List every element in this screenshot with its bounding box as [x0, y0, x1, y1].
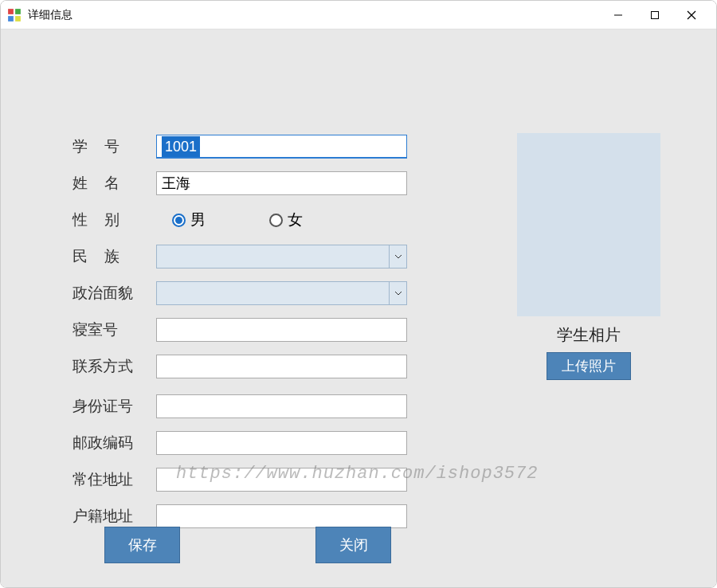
- titlebar: 详细信息: [1, 1, 716, 29]
- ethnicity-select[interactable]: [156, 245, 407, 269]
- maximize-icon: [650, 10, 660, 20]
- client-area: 学 号 1001 姓 名 性 别 男: [1, 29, 716, 587]
- window-controls: [600, 2, 710, 28]
- radio-unchecked-icon: [269, 214, 283, 227]
- label-household: 户籍地址: [72, 506, 156, 527]
- name-input[interactable]: [156, 171, 407, 195]
- maximize-button[interactable]: [637, 2, 673, 28]
- label-address: 常住地址: [72, 469, 156, 490]
- id-card-input[interactable]: [156, 394, 407, 418]
- save-button[interactable]: 保存: [104, 527, 180, 563]
- window-title: 详细信息: [28, 8, 600, 22]
- bottom-buttons: 保存 关闭: [104, 527, 391, 563]
- photo-label: 学生相片: [557, 324, 621, 346]
- label-gender: 性 别: [72, 210, 156, 230]
- form-container: 学 号 1001 姓 名 性 别 男: [72, 133, 407, 539]
- contact-input[interactable]: [156, 355, 407, 378]
- row-dorm: 寝室号: [72, 316, 407, 343]
- photo-panel: 学生相片 上传照片: [517, 133, 660, 380]
- gender-male-radio[interactable]: 男: [172, 210, 206, 230]
- household-input[interactable]: [156, 504, 407, 528]
- row-gender: 性 别 男 女: [72, 206, 407, 233]
- label-political: 政治面貌: [72, 283, 156, 304]
- minimize-icon: [613, 10, 623, 20]
- svg-rect-2: [8, 16, 14, 22]
- row-political: 政治面貌: [72, 280, 407, 307]
- political-select[interactable]: [156, 281, 407, 305]
- row-contact: 联系方式: [72, 353, 407, 380]
- window-frame: 详细信息 学 号 1001 姓 名: [0, 0, 717, 588]
- row-id-card: 身份证号: [72, 393, 407, 420]
- address-input[interactable]: [156, 468, 407, 492]
- postal-input[interactable]: [156, 431, 407, 455]
- gender-radio-group: 男 女: [156, 210, 407, 230]
- close-window-button[interactable]: [673, 2, 710, 28]
- dorm-input[interactable]: [156, 318, 407, 342]
- student-id-value: 1001: [162, 136, 200, 157]
- label-id-card: 身份证号: [72, 396, 156, 417]
- svg-rect-3: [15, 16, 21, 22]
- photo-placeholder: [517, 133, 660, 316]
- label-contact: 联系方式: [72, 356, 156, 377]
- gender-female-label: 女: [288, 210, 303, 230]
- row-postal: 邮政编码: [72, 429, 407, 457]
- close-icon: [687, 10, 696, 20]
- label-dorm: 寝室号: [72, 319, 156, 340]
- svg-rect-0: [8, 9, 14, 14]
- row-student-id: 学 号 1001: [72, 133, 407, 160]
- radio-checked-icon: [172, 214, 186, 227]
- minimize-button[interactable]: [600, 2, 637, 28]
- label-ethnicity: 民 族: [72, 246, 156, 267]
- svg-rect-1: [15, 9, 21, 14]
- chevron-down-icon: [389, 282, 406, 304]
- close-button[interactable]: 关闭: [315, 527, 391, 563]
- label-student-id: 学 号: [72, 136, 156, 157]
- upload-photo-button[interactable]: 上传照片: [547, 352, 631, 380]
- student-id-input[interactable]: 1001: [156, 135, 407, 159]
- row-name: 姓 名: [72, 170, 407, 197]
- row-household: 户籍地址: [72, 503, 407, 530]
- row-ethnicity: 民 族: [72, 243, 407, 270]
- row-address: 常住地址: [72, 466, 407, 493]
- svg-rect-5: [652, 11, 659, 18]
- gender-female-radio[interactable]: 女: [269, 210, 303, 230]
- label-postal: 邮政编码: [72, 433, 156, 453]
- label-name: 姓 名: [72, 173, 156, 194]
- chevron-down-icon: [389, 245, 406, 268]
- app-icon: [7, 8, 22, 22]
- gender-male-label: 男: [190, 210, 206, 230]
